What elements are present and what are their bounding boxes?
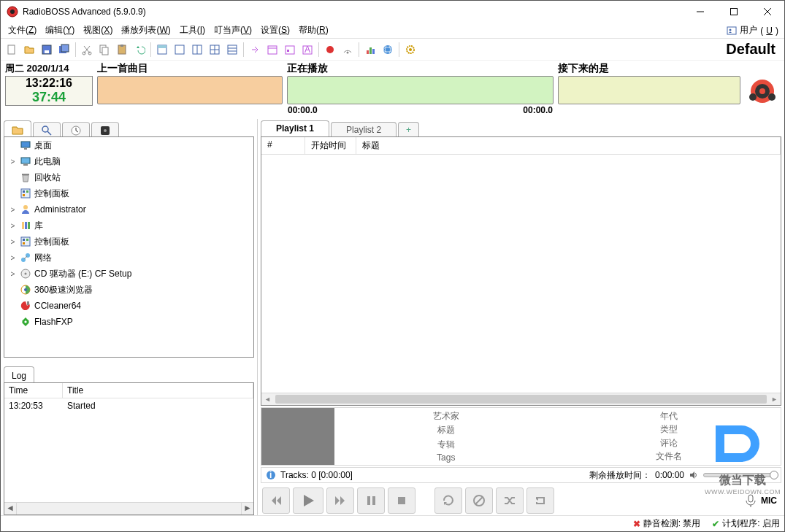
mic-toggle[interactable]: MIC bbox=[743, 493, 780, 508]
minimize-button[interactable] bbox=[683, 1, 717, 23]
playlist-status: i Tracks: 0 [0:00:00] 剩余播放时间： 0:00:00 bbox=[261, 467, 781, 483]
undo-icon[interactable] bbox=[131, 42, 148, 58]
shuffle-button[interactable] bbox=[496, 487, 524, 514]
mute-status[interactable]: ✖ 静音检测: 禁用 bbox=[633, 517, 701, 530]
mic-icon bbox=[743, 493, 758, 508]
svg-point-56 bbox=[104, 129, 107, 132]
next-button[interactable] bbox=[326, 487, 354, 514]
info-bar: 周二 2020/1/14 13:22:16 37:44 上一首曲目 正在播放 0… bbox=[1, 61, 784, 109]
log-hscroll[interactable]: ◄► bbox=[4, 502, 253, 514]
tree-item[interactable]: >此电脑 bbox=[4, 153, 253, 169]
svg-rect-3 bbox=[731, 9, 738, 15]
meta-filename: 文件名 bbox=[558, 450, 781, 463]
svg-line-51 bbox=[47, 131, 51, 135]
tree-item[interactable]: >网络 bbox=[4, 250, 253, 266]
tab-playlist-2[interactable]: Playlist 2 bbox=[331, 122, 397, 136]
playlist-hscroll[interactable]: ◄► bbox=[261, 393, 781, 405]
remain-value: 0:00:00 bbox=[655, 470, 684, 480]
layout5-icon[interactable] bbox=[224, 42, 240, 58]
close-button[interactable] bbox=[751, 1, 784, 23]
tree-item[interactable]: 桌面 bbox=[4, 137, 253, 153]
tree-item[interactable]: 回收站 bbox=[4, 169, 253, 185]
prev-button[interactable] bbox=[262, 487, 290, 514]
menu-playlist[interactable]: 播放列表(W) bbox=[117, 23, 175, 38]
meta-artist: 艺术家 bbox=[334, 410, 558, 423]
open-icon[interactable] bbox=[21, 42, 37, 58]
now-playing-panel: 正在播放 00:00.0 00:00.0 bbox=[287, 62, 554, 104]
tree-item[interactable]: 360极速浏览器 bbox=[4, 282, 253, 298]
stats-icon[interactable] bbox=[362, 42, 378, 58]
volume-slider[interactable] bbox=[703, 473, 776, 477]
svg-point-44 bbox=[409, 48, 412, 51]
record-icon[interactable] bbox=[322, 42, 338, 58]
tab-log[interactable]: Log bbox=[4, 366, 34, 382]
copy-icon[interactable] bbox=[96, 42, 112, 58]
paste-icon[interactable] bbox=[114, 42, 130, 58]
tab-playlist-add[interactable]: + bbox=[398, 122, 419, 136]
meta-year: 年代 bbox=[558, 410, 781, 423]
schedule-icon[interactable] bbox=[264, 42, 280, 58]
layout2-icon[interactable] bbox=[172, 42, 188, 58]
tree-item[interactable]: 控制面板 bbox=[4, 185, 253, 201]
tree-item[interactable]: FlashFXP bbox=[4, 314, 253, 330]
settings-gear-icon[interactable] bbox=[402, 42, 418, 58]
stop-button[interactable] bbox=[388, 487, 416, 514]
disable-button[interactable] bbox=[465, 487, 493, 514]
file-tree[interactable]: 桌面>此电脑回收站控制面板>Administrator>库>控制面板>网络>CD… bbox=[4, 136, 254, 358]
volume-icon[interactable] bbox=[689, 470, 699, 480]
menu-file[interactable]: 文件(Z) bbox=[4, 23, 41, 38]
svg-rect-86 bbox=[398, 497, 405, 504]
menu-view[interactable]: 视图(X) bbox=[79, 23, 117, 38]
menu-settings[interactable]: 设置(S) bbox=[256, 23, 294, 38]
tab-playlist-1[interactable]: Playlist 1 bbox=[261, 120, 329, 136]
save-icon[interactable] bbox=[39, 42, 55, 58]
event-icon[interactable] bbox=[282, 42, 298, 58]
tree-item[interactable]: >CD 驱动器 (E:) CF Setup bbox=[4, 266, 253, 282]
menu-tools[interactable]: 工具(I) bbox=[175, 23, 210, 38]
svg-rect-65 bbox=[23, 194, 25, 196]
window-title: RadioBOSS Advanced (5.9.0.9) bbox=[23, 7, 683, 17]
tree-item[interactable]: >Administrator bbox=[4, 201, 253, 217]
layout4-icon[interactable] bbox=[207, 42, 223, 58]
left-panel: 桌面>此电脑回收站控制面板>Administrator>库>控制面板>网络>CD… bbox=[1, 119, 258, 515]
play-button[interactable] bbox=[293, 487, 323, 514]
cut-icon[interactable] bbox=[79, 42, 95, 58]
tab-search[interactable] bbox=[33, 122, 61, 136]
new-icon[interactable] bbox=[4, 42, 20, 58]
tab-files[interactable] bbox=[4, 120, 31, 136]
broadcast-icon[interactable] bbox=[340, 42, 356, 58]
svg-rect-64 bbox=[26, 190, 28, 193]
log-body[interactable]: 13:20:53Started bbox=[4, 398, 253, 502]
tab-clock[interactable] bbox=[62, 122, 90, 136]
insert-icon[interactable] bbox=[247, 42, 263, 58]
toolbar: A Default bbox=[1, 39, 784, 61]
clock-countdown: 37:44 bbox=[32, 90, 66, 105]
scheduler-status[interactable]: ✔ 计划程序: 启用 bbox=[712, 517, 780, 530]
layout3-icon[interactable] bbox=[189, 42, 205, 58]
menu-help[interactable]: 帮助(R) bbox=[294, 23, 333, 38]
menu-jingles[interactable]: 叮当声(V) bbox=[210, 23, 256, 38]
svg-rect-60 bbox=[23, 164, 28, 166]
svg-rect-71 bbox=[23, 239, 25, 241]
web-icon[interactable] bbox=[380, 42, 396, 58]
svg-point-49 bbox=[768, 93, 776, 101]
loop-button[interactable] bbox=[526, 487, 554, 514]
layout1-icon[interactable] bbox=[154, 42, 170, 58]
save-all-icon[interactable] bbox=[56, 42, 72, 58]
menu-edit[interactable]: 编辑(Y) bbox=[41, 23, 79, 38]
playlist-body[interactable] bbox=[261, 155, 781, 393]
tree-item[interactable]: CCleaner64 bbox=[4, 298, 253, 314]
log-row[interactable]: 13:20:53Started bbox=[4, 398, 253, 413]
transport-controls: MIC bbox=[261, 486, 781, 515]
repeat-button[interactable] bbox=[434, 487, 462, 514]
metadata-bar: 艺术家 标题 专辑 Tags 年代 类型 评论 文件名 bbox=[261, 407, 781, 466]
ads-icon[interactable]: A bbox=[299, 42, 315, 58]
maximize-button[interactable] bbox=[717, 1, 751, 23]
clock-icon bbox=[70, 125, 82, 136]
tab-cart[interactable] bbox=[91, 122, 119, 136]
user-menu[interactable]: 用户(U) bbox=[724, 24, 781, 36]
tree-item[interactable]: >库 bbox=[4, 217, 253, 234]
meta-album: 专辑 bbox=[334, 439, 558, 451]
tree-item[interactable]: >控制面板 bbox=[4, 234, 253, 250]
pause-button[interactable] bbox=[357, 487, 385, 514]
